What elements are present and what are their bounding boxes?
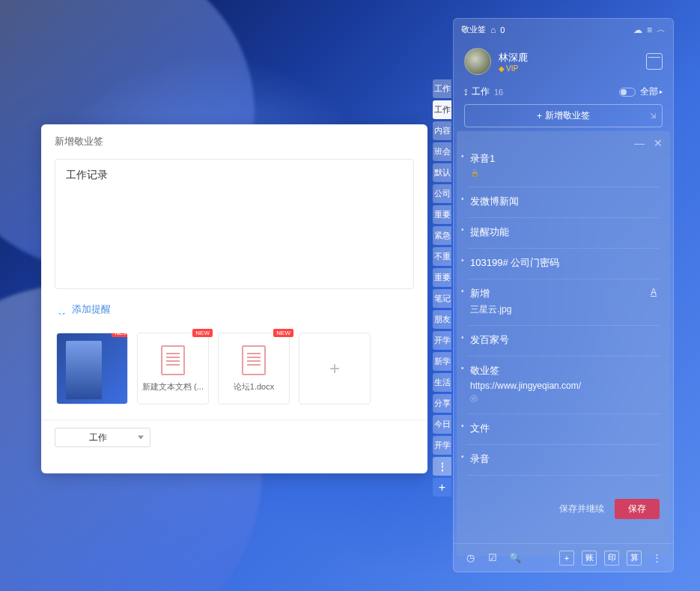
note-item[interactable]: 录音1🔒 (467, 145, 660, 187)
category-tab-add[interactable]: + (433, 478, 451, 497)
attachment-card[interactable]: NEW新建文本文档 (... (137, 333, 209, 404)
vip-badge: VIP (499, 64, 639, 73)
note-subtitle: 三星云.jpg (470, 303, 657, 316)
note-list: 录音1🔒发微博新闻提醒功能103199# 公司门密码新增三星云.jpgA发百家号… (457, 131, 670, 476)
save-continue-button[interactable]: 保存并继续 (559, 503, 604, 515)
panel-bottombar: ◷ ☑ 🔍 + 账 印 算 ⋮ (454, 543, 673, 572)
popup-footer: 保存并继续 保存 (559, 499, 660, 519)
bell-icon (56, 304, 67, 315)
category-tab[interactable]: 生活 (433, 373, 451, 392)
note-item[interactable]: 新增三星云.jpgA (467, 279, 660, 326)
category-tab[interactable]: 工作 (433, 79, 451, 98)
category-tab[interactable]: 开学 (433, 331, 451, 350)
category-tab[interactable]: 重要 (433, 268, 451, 287)
category-tab[interactable]: 不重 (433, 247, 451, 266)
category-tab-more[interactable]: ⋮ (433, 457, 451, 476)
note-title: 文件 (470, 422, 657, 435)
search-icon[interactable]: 🔍 (508, 551, 523, 566)
format-icon[interactable]: A (651, 287, 657, 297)
menu-icon[interactable]: ≡ (647, 25, 652, 35)
note-text-input[interactable] (55, 159, 414, 289)
category-tab[interactable]: 朋友 (433, 310, 451, 329)
bottom-btn-1[interactable]: 印 (604, 551, 619, 566)
bookmark-icon: ⟟ (464, 87, 467, 97)
notification-count: 0 (500, 25, 505, 34)
category-tab[interactable]: 公司 (433, 184, 451, 203)
note-item[interactable]: 103199# 公司门密码 (467, 249, 660, 279)
note-item[interactable]: 录音 (467, 445, 660, 476)
add-button[interactable]: + (559, 551, 574, 566)
category-selected-label: 工作 (89, 431, 107, 444)
category-tab[interactable]: 分享 (433, 394, 451, 413)
category-tab[interactable]: 新学 (433, 352, 451, 371)
attachment-card[interactable]: NEW论坛1.docx (218, 333, 290, 404)
clock-icon[interactable]: ◷ (463, 551, 478, 566)
lock-icon: 🔒 (470, 169, 479, 177)
category-tab[interactable]: 笔记 (433, 289, 451, 308)
panel-titlebar: 敬业签 ⌂ 0 ☁ ≡ ︿ (454, 19, 673, 40)
category-tab[interactable]: 开学 (433, 436, 451, 455)
note-item[interactable]: 发微博新闻 (467, 187, 660, 218)
collapse-icon[interactable]: ︿ (657, 23, 666, 36)
note-item[interactable]: 敬业签https://www.jingyeqian.com/ⓔ (467, 357, 660, 414)
section-label: 工作 (472, 85, 490, 98)
link-icon: ⓔ (470, 394, 478, 404)
username-label: 林深鹿 (499, 51, 639, 64)
filter-all[interactable]: 全部 (640, 85, 663, 98)
note-item[interactable]: 文件 (467, 414, 660, 445)
attachment-thumbnail (66, 341, 102, 399)
note-title: 新增 (470, 287, 657, 300)
app-name-label: 敬业签 (461, 24, 486, 35)
category-tab[interactable]: 默认 (433, 163, 451, 182)
category-tab[interactable]: 今日 (433, 415, 451, 434)
note-title: 103199# 公司门密码 (470, 256, 657, 270)
note-subtitle: https://www.jingyeqian.com/ (470, 381, 657, 391)
add-note-bar[interactable]: + 新增敬业签 ⇲ (464, 104, 663, 127)
app-panel: 敬业签 ⌂ 0 ☁ ≡ ︿ 林深鹿 VIP ⟟ 工作 16 全部 + 新增敬业签… (453, 18, 674, 572)
attachment-add-button[interactable]: + (299, 333, 371, 404)
note-item[interactable]: 发百家号 (467, 326, 660, 357)
note-item[interactable]: 提醒功能 (467, 218, 660, 249)
attachment-label: 论坛1.docx (219, 381, 289, 393)
pin-icon: ⇲ (650, 112, 656, 120)
category-tab[interactable]: 工作 (433, 100, 451, 119)
note-title: 录音1 (470, 152, 657, 166)
more-icon[interactable]: ⋮ (649, 551, 664, 566)
new-badge: NEW (112, 333, 128, 337)
section-count: 16 (494, 88, 503, 97)
note-title: 敬业签 (470, 364, 657, 378)
bottom-btn-0[interactable]: 账 (582, 551, 597, 566)
attachment-label: 新建文本文档 (... (138, 381, 208, 393)
checkbox-icon[interactable]: ☑ (485, 551, 500, 566)
attachments-row: NEWNEW新建文本文档 (...NEW论坛1.docx+ (55, 327, 414, 419)
bell-outline-icon[interactable]: ⌂ (490, 25, 496, 35)
view-toggle[interactable] (619, 88, 636, 97)
dialog-footer: 工作 (41, 419, 427, 455)
plus-icon: + (537, 111, 542, 121)
note-title: 发百家号 (470, 333, 657, 347)
cloud-icon[interactable]: ☁ (633, 25, 642, 35)
category-tab[interactable]: 内容 (433, 121, 451, 140)
add-reminder-row[interactable]: 添加提醒 (55, 292, 414, 327)
category-tab[interactable]: 班会 (433, 142, 451, 161)
note-title: 提醒功能 (470, 225, 657, 239)
category-tab[interactable]: 重要 (433, 205, 451, 224)
calendar-icon[interactable] (646, 53, 663, 70)
document-icon (161, 345, 185, 375)
note-title: 录音 (470, 452, 657, 466)
new-note-dialog: 新增敬业签 添加提醒 NEWNEW新建文本文档 (...NEW论坛1.docx+… (41, 124, 427, 473)
avatar[interactable] (464, 48, 491, 75)
save-button[interactable]: 保存 (615, 499, 660, 519)
document-icon (242, 345, 266, 375)
user-row: 林深鹿 VIP (454, 40, 673, 82)
bottom-btn-2[interactable]: 算 (627, 551, 642, 566)
category-select[interactable]: 工作 (55, 428, 150, 447)
category-tabs-column: 工作工作内容班会默认公司重要紧急不重重要笔记朋友开学新学生活分享今日开学⋮+ (433, 79, 451, 497)
dialog-title: 新增敬业签 (41, 124, 427, 159)
plus-icon: + (329, 358, 340, 379)
new-badge: NEW (273, 329, 293, 337)
category-tab[interactable]: 紧急 (433, 226, 451, 245)
attachment-card[interactable]: NEW (56, 333, 128, 404)
notes-popup: — ✕ 录音1🔒发微博新闻提醒功能103199# 公司门密码新增三星云.jpgA… (457, 131, 670, 557)
add-note-label: 新增敬业签 (545, 109, 590, 122)
